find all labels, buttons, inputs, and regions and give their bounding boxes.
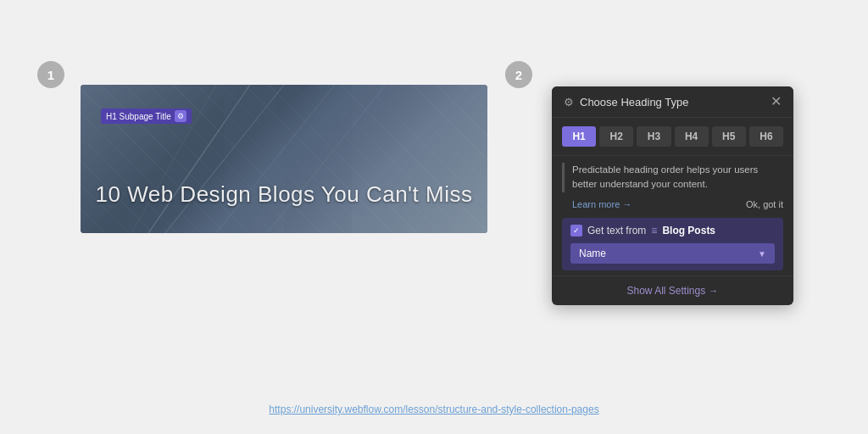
preview-panel: H1 Subpage Title ⚙ 10 Web Design Blogs Y… [81, 85, 487, 233]
show-all-settings-button[interactable]: Show All Settings → [552, 275, 793, 305]
step-1-badge: 1 [37, 61, 64, 88]
svg-rect-6 [284, 85, 352, 233]
h2-button[interactable]: H2 [599, 126, 633, 147]
h1-button[interactable]: H1 [562, 126, 596, 147]
h4-button[interactable]: H4 [675, 126, 709, 147]
footer-link[interactable]: https://university.webflow.com/lesson/st… [0, 403, 868, 415]
heading-type-panel: ⚙ Choose Heading Type ✕ H1 H2 H3 H4 H5 H… [552, 86, 793, 305]
subpage-tag[interactable]: H1 Subpage Title ⚙ [101, 108, 192, 124]
name-dropdown[interactable]: Name [570, 243, 775, 264]
ok-button[interactable]: Ok, got it [746, 199, 783, 209]
h3-button[interactable]: H3 [637, 126, 670, 147]
close-button[interactable]: ✕ [771, 95, 782, 108]
info-text: Predictable heading order helps your use… [562, 163, 783, 192]
step-2-badge: 2 [505, 61, 532, 88]
subpage-tag-label: H1 Subpage Title [106, 112, 171, 121]
learn-more-link[interactable]: Learn more → [572, 199, 632, 209]
h6-button[interactable]: H6 [749, 126, 783, 147]
preview-background: H1 Subpage Title ⚙ 10 Web Design Blogs Y… [81, 85, 487, 233]
source-name: Blog Posts [662, 225, 715, 236]
svg-line-4 [131, 85, 216, 233]
get-text-section: ✓ Get text from ≡ Blog Posts Name ▼ [562, 218, 783, 270]
gear-icon: ⚙ [564, 96, 574, 108]
checkbox-icon[interactable]: ✓ [570, 225, 582, 236]
h5-button[interactable]: H5 [712, 126, 746, 147]
database-icon: ≡ [651, 225, 657, 236]
panel-title: ⚙ Choose Heading Type [564, 96, 688, 108]
svg-rect-5 [225, 85, 275, 233]
tag-settings-icon[interactable]: ⚙ [175, 110, 186, 122]
get-text-label: ✓ Get text from ≡ Blog Posts [570, 225, 775, 236]
heading-buttons-group: H1 H2 H3 H4 H5 H6 [552, 118, 793, 156]
name-dropdown-wrapper: Name ▼ [570, 243, 775, 264]
panel-header: ⚙ Choose Heading Type ✕ [552, 86, 793, 118]
info-actions: Learn more → Ok, got it [552, 196, 793, 213]
preview-heading-text: 10 Web Design Blogs You Can't Miss [81, 181, 487, 208]
